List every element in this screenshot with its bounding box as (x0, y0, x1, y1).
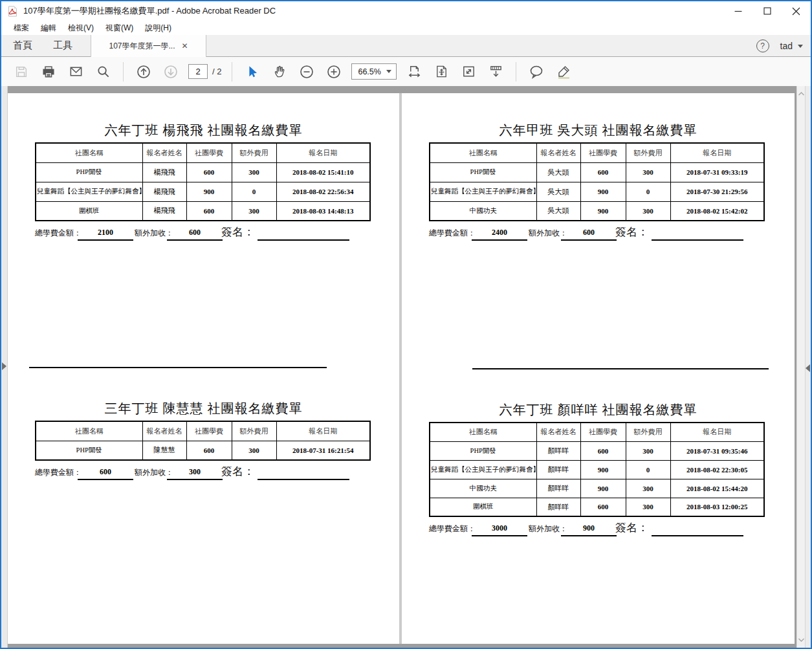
extra-value: 600 (561, 228, 617, 241)
table-cell: 300 (626, 479, 670, 498)
fit-page-button[interactable] (430, 61, 452, 83)
zoom-level-dropdown[interactable]: 66.5% (351, 63, 397, 80)
extra-value: 900 (561, 523, 617, 536)
form-title: 三年丁班 陳慧慧 社團報名繳費單 (8, 401, 399, 416)
extra-value: 600 (167, 228, 223, 241)
form-title: 六年甲班 吳大頭 社團報名繳費單 (402, 122, 795, 138)
table-cell: 2018-08-02 15:41:10 (276, 162, 370, 182)
table-cell: 600 (580, 441, 626, 460)
column-header: 報名日期 (276, 421, 370, 441)
fee-form-4: 六年丁班 顏咩咩 社團報名繳費單 社團名稱報名者姓名社團學費額外費用報名日期PH… (402, 402, 795, 536)
table-cell: 300 (626, 441, 670, 460)
minimize-icon (734, 7, 742, 15)
header-row: 社團名稱報名者姓名社團學費額外費用報名日期 (430, 423, 764, 441)
toolbar: / 2 66.5% (1, 57, 811, 86)
vertical-scrollbar[interactable] (796, 86, 805, 648)
close-icon (792, 7, 800, 16)
page-number-input[interactable] (188, 64, 208, 79)
tools-pane-expand-icon[interactable] (806, 364, 810, 372)
table-row: 兒童舞蹈【公主與王子的夢幻舞會】楊飛飛90002018-08-02 22:56:… (36, 182, 370, 201)
close-button[interactable] (782, 1, 811, 21)
table-cell: 楊飛飛 (142, 162, 186, 182)
column-header: 社團名稱 (36, 421, 142, 441)
table-cell: 600 (580, 498, 626, 516)
total-label: 總學費金額： (35, 228, 82, 239)
table-row: 圍棋班楊飛飛6003002018-08-03 14:48:13 (36, 201, 370, 221)
table-cell: 兒童舞蹈【公主與王子的夢幻舞會】 (430, 460, 536, 479)
email-button[interactable] (65, 61, 87, 83)
select-tool-button[interactable] (241, 61, 263, 83)
highlight-button[interactable] (553, 61, 575, 83)
fit-width-icon (407, 64, 422, 79)
tab-home[interactable]: 首頁 (4, 35, 41, 56)
window-title: 107學年度第一學期社團報名繳費單.pdf - Adobe Acrobat Re… (23, 5, 276, 17)
table-cell: 吳大頭 (536, 201, 580, 221)
table-row: PHP開發顏咩咩6003002018-07-31 09:35:46 (430, 441, 764, 460)
scroll-mode-button[interactable] (485, 61, 507, 83)
table-cell: 0 (626, 182, 670, 201)
search-button[interactable] (92, 61, 114, 83)
next-page-button[interactable] (160, 61, 182, 83)
table-cell: 2018-07-31 16:21:54 (276, 441, 370, 460)
table-row: PHP開發陳慧慧6003002018-07-31 16:21:54 (36, 441, 370, 460)
user-name: tad (780, 41, 793, 51)
document-tab-label: 107學年度第一學... (109, 41, 175, 52)
print-button[interactable] (38, 61, 60, 83)
table-cell: PHP開發 (36, 162, 142, 182)
table-row: PHP開發楊飛飛6003002018-08-02 15:41:10 (36, 162, 370, 182)
menu-edit[interactable]: 編輯 (35, 21, 62, 35)
table-cell: 600 (186, 162, 232, 182)
previous-page-button[interactable] (133, 61, 155, 83)
document-area: 六年丁班 楊飛飛 社團報名繳費單 社團名稱報名者姓名社團學費額外費用報名日期PH… (1, 86, 811, 648)
table-cell: 顏咩咩 (536, 460, 580, 479)
fee-table: 社團名稱報名者姓名社團學費額外費用報名日期PHP開發楊飛飛6003002018-… (35, 142, 371, 221)
zoom-in-button[interactable] (323, 61, 345, 83)
total-value: 3000 (472, 523, 527, 536)
column-header: 額外費用 (626, 143, 670, 162)
navigation-pane-strip[interactable] (1, 86, 8, 648)
tab-document[interactable]: 107學年度第一學... ✕ (91, 35, 206, 57)
scroll-down-icon[interactable] (797, 635, 805, 645)
tools-pane-strip[interactable] (805, 86, 811, 648)
comment-button[interactable] (525, 61, 547, 83)
table-cell: 2018-08-03 12:00:25 (670, 498, 764, 516)
form-title: 六年丁班 顏咩咩 社團報名繳費單 (402, 402, 795, 417)
signature-label: 簽名： (615, 225, 648, 239)
chevron-down-icon (386, 70, 391, 73)
fit-width-button[interactable] (403, 61, 425, 83)
table-cell: 2018-07-31 09:33:19 (670, 162, 764, 182)
table-cell: 圍棋班 (430, 498, 536, 516)
column-header: 報名日期 (670, 143, 764, 162)
table-cell: 900 (580, 479, 626, 498)
column-header: 社團學費 (186, 143, 232, 162)
column-header: 報名日期 (670, 423, 764, 441)
fullscreen-button[interactable] (457, 61, 479, 83)
menu-view[interactable]: 檢視(V) (62, 21, 100, 35)
table-cell: 吳大頭 (536, 182, 580, 201)
tab-tools[interactable]: 工具 (44, 35, 82, 56)
zoom-out-button[interactable] (296, 61, 318, 83)
save-button[interactable] (10, 61, 32, 83)
form-footer: 總學費金額： 2100 額外加收： 600 簽名： (8, 225, 399, 241)
menu-file[interactable]: 檔案 (8, 21, 35, 35)
toolbar-divider (516, 62, 516, 82)
hand-tool-button[interactable] (269, 61, 291, 83)
signature-line (652, 229, 743, 241)
tab-close-icon[interactable]: ✕ (181, 42, 188, 50)
nav-pane-expand-icon[interactable] (2, 362, 6, 370)
form-footer: 總學費金額： 600 額外加收： 300 簽名： (8, 465, 399, 480)
user-menu[interactable]: tad (780, 41, 803, 51)
cursor-arrow-icon (245, 65, 259, 79)
table-cell: 0 (232, 182, 276, 201)
minimize-button[interactable] (723, 1, 752, 21)
menu-help[interactable]: 說明(H) (139, 21, 177, 35)
maximize-button[interactable] (752, 1, 782, 21)
table-row: 圍棋班顏咩咩6003002018-08-03 12:00:25 (430, 498, 764, 516)
scroll-up-icon[interactable] (797, 89, 805, 99)
column-header: 報名者姓名 (536, 143, 580, 162)
help-icon[interactable]: ? (756, 39, 769, 52)
menu-window[interactable]: 視窗(W) (100, 21, 139, 35)
table-cell: 0 (626, 460, 670, 479)
fit-page-icon (434, 64, 449, 79)
form-footer: 總學費金額： 2400 額外加收： 600 簽名： (402, 225, 795, 241)
